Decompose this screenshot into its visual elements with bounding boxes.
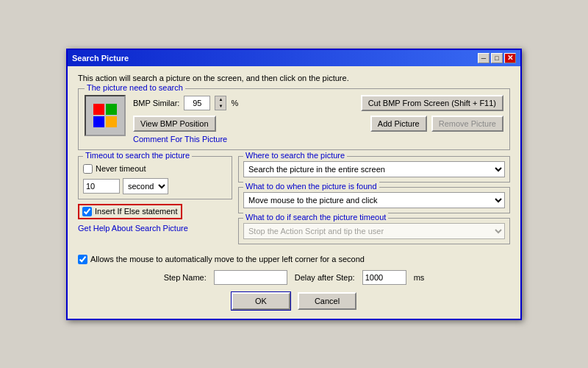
timeout-value-input[interactable] [83,179,120,194]
bmp-similar-input[interactable] [184,96,210,110]
picture-group: The picture need to search BMP Similar: [78,88,510,150]
picture-button-row: View BMP Position Add Picture Remove Pic… [133,116,503,132]
auto-move-row: Allows the mouse to automatically move t… [78,255,510,264]
svg-rect-1 [106,104,117,115]
svg-rect-2 [93,116,104,127]
help-link[interactable]: Get Help About Search Picture [78,224,188,233]
cut-bmp-button[interactable]: Cut BMP From Screen (Shift + F11) [361,95,503,111]
timeout-unit-select[interactable]: second minute [123,178,168,194]
delay-input[interactable] [362,270,406,285]
if-else-container: Insert If Else statement [78,204,182,219]
picture-preview [85,95,126,136]
auto-move-label: Allows the mouse to automatically move t… [90,255,365,263]
minimize-button[interactable]: ─ [478,53,490,63]
what-found-select[interactable]: Move mouse to the picture and click [243,192,505,208]
where-group-title: Where to search the picture [243,151,347,160]
spin-up-button[interactable]: ▲ [215,96,226,103]
spin-down-button[interactable]: ▼ [215,103,226,110]
where-select[interactable]: Search the picture in the entire screen [243,161,505,177]
description-text: This action will search a picture on the… [78,74,510,82]
picture-section: BMP Similar: ▲ ▼ % Cut BMP From Screen (… [85,95,503,144]
timeout-input-row: second minute [83,178,227,194]
dialog-body: This action will search a picture on the… [68,66,520,319]
if-else-checkbox[interactable] [82,207,92,216]
view-bmp-button[interactable]: View BMP Position [133,116,216,132]
never-timeout-label: Never timeout [96,164,146,173]
timeout-group: Timeout to search the picture Never time… [78,156,232,199]
if-else-row: Insert If Else statement [78,204,232,219]
step-delay-row: Step Name: Delay after Step: ms [78,270,510,285]
picture-controls: BMP Similar: ▲ ▼ % Cut BMP From Screen (… [133,95,503,144]
what-timeout-select-row: Stop the Action Script and tip the user [243,223,505,239]
svg-rect-0 [93,104,104,115]
lower-section: Timeout to search the picture Never time… [78,156,510,249]
cancel-button[interactable]: Cancel [298,292,356,310]
what-timeout-title: What to do if search the picture timeout [243,213,388,222]
title-bar: Search Picture ─ □ ✕ [68,50,520,66]
picture-group-title: The picture need to search [85,83,185,92]
search-picture-dialog: Search Picture ─ □ ✕ This action will se… [66,49,522,320]
where-select-row: Search the picture in the entire screen [243,161,505,177]
if-else-label: Insert If Else statement [95,207,178,216]
windows-logo-icon [93,104,117,127]
left-column: Timeout to search the picture Never time… [78,156,232,249]
add-picture-button[interactable]: Add Picture [370,116,427,132]
what-found-select-row: Move mouse to the picture and click [243,192,505,208]
what-found-group: What to do when the picture is found Mov… [238,187,510,213]
delay-label: Delay after Step: [295,273,355,282]
right-column: Where to search the picture Search the p… [238,156,510,249]
maximize-button[interactable]: □ [491,53,503,63]
delay-unit-label: ms [414,273,425,282]
what-timeout-select[interactable]: Stop the Action Script and tip the user [243,223,505,239]
ok-cancel-row: OK Cancel [78,292,510,310]
bmp-similar-row: BMP Similar: ▲ ▼ % Cut BMP From Screen (… [133,95,503,111]
step-name-label: Step Name: [164,273,207,282]
never-timeout-checkbox[interactable] [83,164,93,174]
title-bar-buttons: ─ □ ✕ [478,53,516,63]
auto-move-checkbox[interactable] [78,255,87,264]
what-timeout-group: What to do if search the picture timeout… [238,218,510,244]
bmp-spinner: ▲ ▼ [215,96,226,110]
remove-picture-button[interactable]: Remove Picture [431,116,503,132]
dialog-title: Search Picture [72,54,129,63]
svg-rect-3 [106,116,117,127]
pct-label: % [231,99,238,107]
timeout-group-title: Timeout to search the picture [83,151,192,160]
comment-link[interactable]: Comment For This Picture [133,135,227,144]
what-found-title: What to do when the picture is found [243,182,379,191]
never-timeout-row: Never timeout [83,164,227,174]
ok-button[interactable]: OK [232,292,290,310]
bmp-similar-label: BMP Similar: [133,99,179,107]
close-button[interactable]: ✕ [504,53,516,63]
where-group: Where to search the picture Search the p… [238,156,510,183]
step-name-input[interactable] [214,270,287,285]
